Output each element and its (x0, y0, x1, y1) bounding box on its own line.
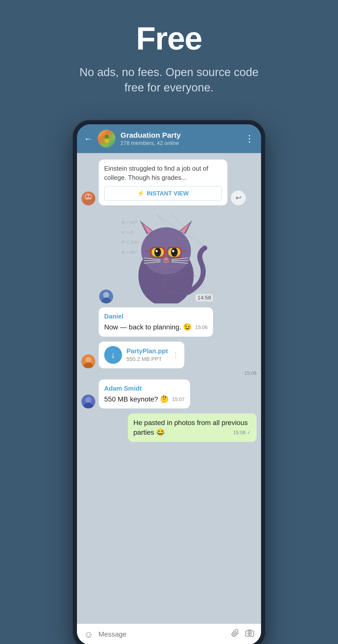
message-row: Einstein struggled to find a job out of … (77, 158, 261, 207)
message-row: Adam Smidt 550 MB keynote? 🤔 15:07 (77, 378, 261, 410)
svg-text:s = √(r²+h²): s = √(r²+h²) (154, 254, 181, 260)
sender-name: Adam Smidt (104, 384, 185, 393)
svg-text:A = πr²: A = πr² (121, 220, 137, 225)
instant-view-label: INSTANT VIEW (146, 190, 189, 197)
avatar (99, 290, 113, 304)
avatar-spacer (81, 323, 95, 336)
back-button[interactable]: ← (84, 134, 93, 144)
phone-shell: ← 🍍 Graduation Party 278 members, 42 onl… (72, 120, 266, 644)
svg-text:P = 2πr: P = 2πr (121, 240, 138, 245)
own-message-bubble: He pasted in photos from all previous pa… (128, 414, 257, 442)
svg-point-44 (85, 357, 91, 363)
file-meta: 550.2 MB PPT (126, 356, 168, 362)
sender-name: Daniel (104, 312, 208, 321)
message-row: He pasted in photos from all previous pa… (77, 412, 261, 443)
camera-button[interactable] (245, 629, 254, 640)
avatar (81, 192, 95, 205)
chat-body: Einstein struggled to find a job out of … (77, 153, 261, 624)
input-bar: ☺ (77, 624, 261, 644)
svg-point-5 (103, 292, 109, 298)
file-options-button[interactable]: ⋮ (172, 351, 179, 359)
message-time: 15:06 (195, 324, 208, 331)
sticker-row: A = πr² V = l³ P = 2πr A = πr² s = √(r²+… (77, 207, 261, 306)
svg-point-16 (164, 274, 203, 294)
message-bubble: Daniel Now — back to planning. 😉 15:06 (99, 308, 213, 336)
svg-point-51 (249, 633, 250, 634)
svg-text:A = πr²: A = πr² (121, 250, 137, 255)
message-text: 550 MB keynote? 🤔 (104, 395, 169, 403)
instant-view-card: Einstein struggled to find a job out of … (99, 160, 227, 205)
message-input[interactable] (98, 630, 226, 638)
svg-text:V = l³: V = l³ (121, 230, 134, 235)
lightning-icon: ⚡ (137, 190, 144, 197)
forward-button[interactable]: ↩ (231, 190, 246, 205)
file-time: 15:06 (244, 370, 257, 376)
svg-text:A = πr²+πrs: A = πr²+πrs (161, 266, 189, 272)
svg-line-14 (171, 214, 208, 249)
group-name: Graduation Party (120, 131, 240, 140)
group-status: 278 members, 42 online (120, 140, 240, 146)
avatar (81, 394, 95, 408)
group-avatar: 🍍 (98, 130, 116, 148)
hero-title: Free (136, 20, 202, 57)
sticker-container: A = πr² V = l³ P = 2πr A = πr² s = √(r²+… (117, 209, 216, 304)
svg-line-15 (156, 214, 190, 249)
chat-header: ← 🍍 Graduation Party 278 members, 42 onl… (77, 124, 261, 153)
sticker-time: 14:58 (195, 294, 213, 302)
page-wrapper: Free No ads, no fees. Open source code f… (0, 0, 338, 644)
svg-point-47 (85, 397, 91, 403)
message-text: He pasted in photos from all previous pa… (133, 419, 248, 436)
hero-subtitle: No ads, no fees. Open source code free f… (72, 64, 266, 95)
message-text: Now — back to planning. 😉 (104, 323, 192, 331)
svg-point-0 (85, 194, 92, 200)
message-row: Daniel Now — back to planning. 😉 15:06 (77, 306, 261, 338)
download-icon: ↓ (111, 350, 115, 360)
message-row: ↓ PartyPlan.ppt 550.2 MB PPT ⋮ (77, 340, 261, 370)
message-bubble: Adam Smidt 550 MB keynote? 🤔 15:07 (99, 380, 190, 409)
file-bubble: ↓ PartyPlan.ppt 550.2 MB PPT ⋮ (99, 342, 184, 368)
message-time: 15:08 (233, 429, 251, 436)
svg-point-3 (89, 196, 91, 198)
instant-view-button[interactable]: ⚡ INSTANT VIEW (104, 186, 222, 201)
svg-point-2 (86, 196, 88, 198)
menu-button[interactable]: ⋮ (245, 133, 254, 144)
phone-screen: ← 🍍 Graduation Party 278 members, 42 onl… (77, 124, 261, 644)
avatar (81, 354, 95, 368)
svg-line-13 (156, 214, 208, 249)
attach-button[interactable] (231, 629, 240, 640)
message-time: 15:07 (172, 396, 185, 403)
iv-preview-text: Einstein struggled to find a job out of … (104, 164, 222, 182)
sticker-background: A = πr² V = l³ P = 2πr A = πr² s = √(r²+… (117, 209, 216, 304)
download-button[interactable]: ↓ (104, 346, 122, 364)
file-name: PartyPlan.ppt (126, 347, 168, 355)
svg-point-1 (83, 200, 94, 205)
emoji-button[interactable]: ☺ (84, 629, 93, 640)
